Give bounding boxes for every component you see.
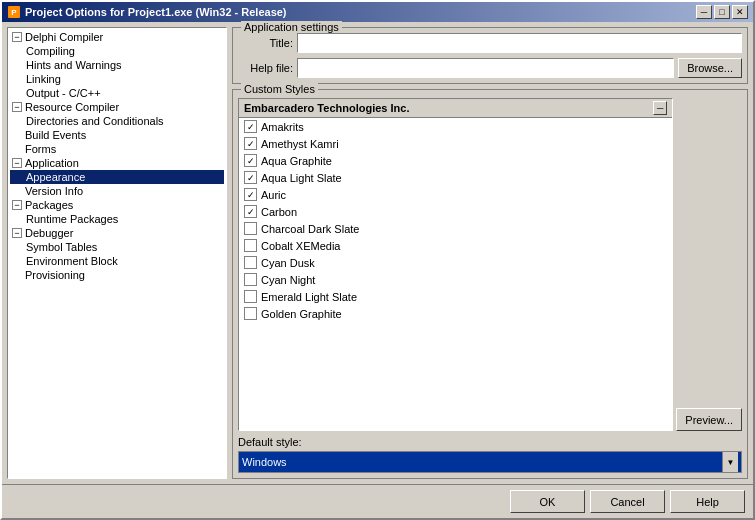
close-button[interactable]: ✕ [732, 5, 748, 19]
title-row: Title: [238, 33, 742, 53]
tree-item-forms[interactable]: Forms [10, 142, 224, 156]
styles-list[interactable]: Embarcadero Technologies Inc. ─ Amakrits… [238, 98, 673, 431]
preview-button[interactable]: Preview... [676, 408, 742, 431]
main-content: −Delphi CompilerCompilingHints and Warni… [2, 22, 753, 484]
tree-item-label: Directories and Conditionals [26, 115, 164, 127]
custom-styles-group: Custom Styles Embarcadero Technologies I… [232, 89, 748, 479]
style-item-aqua-light-slate[interactable]: Aqua Light Slate [239, 169, 672, 186]
title-bar-left: P Project Options for Project1.exe (Win3… [7, 5, 287, 19]
tree-item-debugger[interactable]: −Debugger [10, 226, 224, 240]
tree-item-symbol-tables[interactable]: Symbol Tables [10, 240, 224, 254]
style-label-golden-graphite: Golden Graphite [261, 308, 342, 320]
style-item-auric[interactable]: Auric [239, 186, 672, 203]
browse-button[interactable]: Browse... [678, 58, 742, 78]
style-checkbox-carbon[interactable] [244, 205, 257, 218]
application-settings-group: Application settings Title: Help file: B… [232, 27, 748, 84]
style-item-golden-graphite[interactable]: Golden Graphite [239, 305, 672, 322]
style-checkbox-emerald-light-slate[interactable] [244, 290, 257, 303]
tree-item-label: Runtime Packages [26, 213, 118, 225]
style-item-amethyst-kamri[interactable]: Amethyst Kamri [239, 135, 672, 152]
right-panel: Application settings Title: Help file: B… [232, 27, 748, 479]
style-checkbox-amakrits[interactable] [244, 120, 257, 133]
app-settings-title: Application settings [241, 21, 342, 33]
style-checkbox-cyan-dusk[interactable] [244, 256, 257, 269]
tree-item-label: Delphi Compiler [25, 31, 103, 43]
dropdown-arrow-icon[interactable]: ▼ [722, 452, 738, 472]
tree-item-label: Version Info [25, 185, 83, 197]
style-label-aqua-graphite: Aqua Graphite [261, 155, 332, 167]
style-item-carbon[interactable]: Carbon [239, 203, 672, 220]
title-label: Title: [238, 37, 293, 49]
styles-list-inner: AmakritsAmethyst KamriAqua GraphiteAqua … [239, 118, 672, 431]
tree-item-build-events[interactable]: Build Events [10, 128, 224, 142]
tree-item-output-cpp[interactable]: Output - C/C++ [10, 86, 224, 100]
style-checkbox-amethyst-kamri[interactable] [244, 137, 257, 150]
tree-item-provisioning[interactable]: Provisioning [10, 268, 224, 282]
tree-item-appearance[interactable]: Appearance [10, 170, 224, 184]
default-style-row: Default style: Windows ▼ [238, 436, 742, 473]
styles-list-container: Embarcadero Technologies Inc. ─ Amakrits… [238, 98, 742, 431]
style-item-cobalt-xemedia[interactable]: Cobalt XEMedia [239, 237, 672, 254]
tree-item-label: Compiling [26, 45, 75, 57]
style-item-charcoal-dark-slate[interactable]: Charcoal Dark Slate [239, 220, 672, 237]
style-checkbox-charcoal-dark-slate[interactable] [244, 222, 257, 235]
expand-icon[interactable]: − [12, 200, 22, 210]
tree-container: −Delphi CompilerCompilingHints and Warni… [10, 30, 224, 282]
style-item-amakrits[interactable]: Amakrits [239, 118, 672, 135]
tree-item-resource-compiler[interactable]: −Resource Compiler [10, 100, 224, 114]
tree-item-label: Build Events [25, 129, 86, 141]
title-input[interactable] [297, 33, 742, 53]
style-item-emerald-light-slate[interactable]: Emerald Light Slate [239, 288, 672, 305]
expand-icon[interactable]: − [12, 102, 22, 112]
tree-item-application[interactable]: −Application [10, 156, 224, 170]
expand-icon[interactable]: − [12, 228, 22, 238]
main-window: P Project Options for Project1.exe (Win3… [0, 0, 755, 520]
style-checkbox-auric[interactable] [244, 188, 257, 201]
helpfile-label: Help file: [238, 62, 293, 74]
tree-item-runtime-packages[interactable]: Runtime Packages [10, 212, 224, 226]
tree-item-version-info[interactable]: Version Info [10, 184, 224, 198]
style-item-cyan-night[interactable]: Cyan Night [239, 271, 672, 288]
style-label-amakrits: Amakrits [261, 121, 304, 133]
minimize-button[interactable]: ─ [696, 5, 712, 19]
tree-panel: −Delphi CompilerCompilingHints and Warni… [7, 27, 227, 479]
style-label-carbon: Carbon [261, 206, 297, 218]
tree-item-label: Forms [25, 143, 56, 155]
style-checkbox-cobalt-xemedia[interactable] [244, 239, 257, 252]
tree-item-packages[interactable]: −Packages [10, 198, 224, 212]
default-style-label: Default style: [238, 436, 742, 448]
tree-item-label: Application [25, 157, 79, 169]
style-checkbox-aqua-graphite[interactable] [244, 154, 257, 167]
helpfile-row: Help file: Browse... [238, 58, 742, 78]
style-checkbox-golden-graphite[interactable] [244, 307, 257, 320]
tree-item-delphi-compiler[interactable]: −Delphi Compiler [10, 30, 224, 44]
style-label-cyan-dusk: Cyan Dusk [261, 257, 315, 269]
style-item-aqua-graphite[interactable]: Aqua Graphite [239, 152, 672, 169]
help-button[interactable]: Help [670, 490, 745, 513]
default-style-value: Windows [242, 456, 287, 468]
style-label-auric: Auric [261, 189, 286, 201]
expand-icon[interactable]: − [12, 158, 22, 168]
tree-item-hints-warnings[interactable]: Hints and Warnings [10, 58, 224, 72]
style-item-cyan-dusk[interactable]: Cyan Dusk [239, 254, 672, 271]
collapse-header-button[interactable]: ─ [653, 101, 667, 115]
ok-button[interactable]: OK [510, 490, 585, 513]
style-label-aqua-light-slate: Aqua Light Slate [261, 172, 342, 184]
custom-styles-title: Custom Styles [241, 83, 318, 95]
tree-item-label: Appearance [26, 171, 85, 183]
title-bar: P Project Options for Project1.exe (Win3… [2, 2, 753, 22]
helpfile-input[interactable] [297, 58, 674, 78]
tree-item-environment-block[interactable]: Environment Block [10, 254, 224, 268]
style-checkbox-aqua-light-slate[interactable] [244, 171, 257, 184]
tree-item-label: Packages [25, 199, 73, 211]
maximize-button[interactable]: □ [714, 5, 730, 19]
tree-item-linking[interactable]: Linking [10, 72, 224, 86]
cancel-button[interactable]: Cancel [590, 490, 665, 513]
tree-item-label: Symbol Tables [26, 241, 97, 253]
default-style-select[interactable]: Windows ▼ [238, 451, 742, 473]
tree-item-compiling[interactable]: Compiling [10, 44, 224, 58]
header-controls: ─ [653, 101, 667, 115]
style-checkbox-cyan-night[interactable] [244, 273, 257, 286]
expand-icon[interactable]: − [12, 32, 22, 42]
tree-item-directories-conditionals[interactable]: Directories and Conditionals [10, 114, 224, 128]
